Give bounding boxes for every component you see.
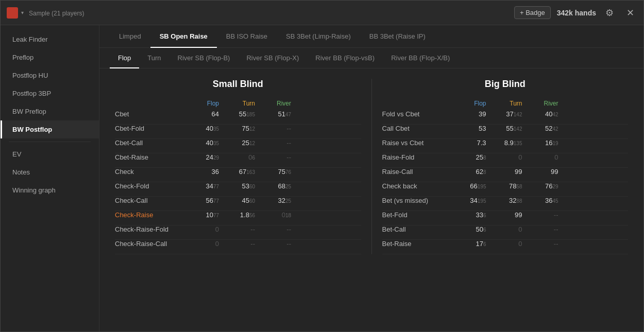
sb-check-raise-fold-flop: 0 [187, 225, 223, 233]
sidebar-item-postflop-3bp[interactable]: Postflop 3BP [1, 84, 99, 102]
sidebar-item-winning-graph[interactable]: Winning graph [1, 181, 99, 199]
bb-label-bet-raise: Bet-Raise [382, 240, 454, 248]
bb-row-call-cbet: Call Cbet 53 55142 5242 [382, 125, 629, 139]
sb-cbet-turn: 55185 [223, 110, 259, 118]
bb-bet-call-turn: 0 [490, 225, 527, 233]
bb-row-bet-call: Bet-Call 506 0 -- [382, 225, 629, 240]
sb-values-check-fold: 3477 5360 6825 [187, 182, 295, 190]
tab-bb-3bet-raise-ip[interactable]: BB 3Bet (Raise IP) [360, 25, 435, 48]
sidebar-item-preflop[interactable]: Preflop [1, 48, 99, 66]
sb-check-raise-call-river: -- [259, 240, 295, 248]
top-tabs: Limped SB Open Raise BB ISO Raise SB 3Be… [99, 25, 643, 48]
sidebar-item-bw-preflop[interactable]: BW Preflop [1, 102, 99, 120]
bb-bet-fold-river: -- [527, 211, 563, 219]
sb-cbet-call-turn: 2512 [223, 139, 259, 147]
dropdown-arrow-icon[interactable]: ▾ [21, 10, 24, 15]
bb-values-fold-vs-cbet: 39 37142 4042 [454, 110, 563, 118]
bb-stat-headers: Flop Turn River [382, 100, 629, 107]
tab-limped[interactable]: Limped [110, 25, 150, 48]
subtab-river-bb-flop-vsb[interactable]: River BB (Flop-vsB) [307, 48, 383, 68]
sb-cbet-call-flop: 4035 [187, 139, 223, 147]
bb-bet-fold-turn: 99 [490, 211, 527, 219]
sidebar-item-notes[interactable]: Notes [1, 163, 99, 181]
sidebar-item-leak-finder[interactable]: Leak Finder [1, 30, 99, 48]
bb-label-check-back: Check back [382, 182, 454, 190]
bb-label-bet-call: Bet-Call [382, 225, 454, 233]
subtab-river-sb-flop-x[interactable]: River SB (Flop-X) [238, 48, 307, 68]
sidebar-item-bw-postflop[interactable]: BW Postflop [1, 120, 99, 138]
sb-label-check-fold: Check-Fold [115, 182, 187, 190]
sb-values-cbet-raise: 2429 06 -- [187, 153, 295, 161]
sb-check-flop: 36 [187, 168, 223, 176]
big-blind-header: Big Blind [382, 79, 629, 90]
sb-cbet-fold-river: -- [259, 125, 295, 132]
bb-raise-fold-turn: 0 [490, 153, 527, 161]
bb-row-raise-vs-cbet: Raise vs Cbet 7.3 8.9135 1619 [382, 139, 629, 153]
sb-cbet-flop: 64 [187, 110, 223, 118]
main-layout: Leak Finder Preflop Postflop HU Postflop… [1, 25, 643, 331]
bb-label-bet-fold: Bet-Fold [382, 211, 454, 219]
sb-label-check: Check [115, 168, 187, 176]
sb-values-check: 36 67163 7576 [187, 168, 295, 176]
subtab-flop[interactable]: Flop [110, 48, 139, 68]
sidebar-item-ev[interactable]: EV [1, 145, 99, 163]
column-divider [371, 79, 372, 254]
bb-check-back-river: 7629 [527, 182, 563, 190]
subtab-river-sb-flop-b[interactable]: River SB (Flop-B) [170, 48, 239, 68]
tab-sb-3bet-limp-raise[interactable]: SB 3Bet (Limp-Raise) [277, 25, 360, 48]
close-button[interactable]: ✕ [623, 6, 637, 20]
content-area: Limped SB Open Raise BB ISO Raise SB 3Be… [99, 25, 643, 331]
sb-check-raise-turn: 1.856 [223, 211, 259, 219]
bb-raise-vs-cbet-flop: 7.3 [454, 139, 490, 147]
sb-row-check-fold: Check-Fold 3477 5360 6825 [115, 182, 361, 197]
bb-bet-fold-flop: 336 [454, 211, 490, 219]
sb-check-call-flop: 5677 [187, 197, 223, 204]
app-logo [7, 7, 18, 19]
bb-bet-vs-missed-flop: 34195 [454, 197, 490, 204]
hands-count: 342k hands [557, 9, 596, 17]
bb-turn-header: Turn [490, 100, 527, 107]
bb-raise-vs-cbet-river: 1619 [527, 139, 563, 147]
settings-button[interactable]: ⚙ [602, 6, 617, 20]
subtab-river-bb-flop-xb[interactable]: River BB (Flop-X/B) [383, 48, 458, 68]
bb-bet-vs-missed-river: 3645 [527, 197, 563, 204]
player-count: (21 players) [50, 10, 84, 17]
sb-cbet-fold-turn: 7512 [223, 125, 259, 132]
bb-label-fold-vs-cbet: Fold vs Cbet [382, 110, 454, 118]
bb-values-bet-call: 506 0 -- [454, 225, 563, 233]
bb-call-cbet-river: 5242 [527, 125, 563, 132]
sb-check-turn: 67163 [223, 168, 259, 176]
bb-row-raise-fold: Raise-Fold 258 0 0 [382, 153, 629, 168]
sb-check-raise-river: 018 [259, 211, 295, 219]
bb-river-header: River [527, 100, 563, 107]
bb-label-call-cbet: Call Cbet [382, 125, 454, 132]
tab-sb-open-raise[interactable]: SB Open Raise [150, 25, 217, 48]
bb-bet-raise-flop: 176 [454, 240, 490, 248]
sb-cbet-raise-flop: 2429 [187, 153, 223, 161]
sb-check-call-turn: 4560 [223, 197, 259, 204]
bb-row-raise-call: Raise-Call 628 99 99 [382, 168, 629, 182]
bb-bet-vs-missed-turn: 3288 [490, 197, 527, 204]
bb-flop-header: Flop [454, 100, 490, 107]
sb-label-check-raise: Check-Raise [115, 211, 187, 219]
sb-check-fold-flop: 3477 [187, 182, 223, 190]
bb-row-bet-vs-missed: Bet (vs missed) 34195 3288 3645 [382, 197, 629, 211]
bb-row-check-back: Check back 66195 7858 7629 [382, 182, 629, 197]
bb-values-raise-call: 628 99 99 [454, 168, 563, 176]
bb-call-cbet-turn: 55142 [490, 125, 527, 132]
bb-raise-fold-flop: 258 [454, 153, 490, 161]
sb-cbet-raise-turn: 06 [223, 153, 259, 161]
sidebar-item-postflop-hu[interactable]: Postflop HU [1, 66, 99, 84]
sb-row-check-raise-fold: Check-Raise-Fold 0 -- -- [115, 225, 361, 240]
sb-check-call-river: 3225 [259, 197, 295, 204]
sb-values-cbet-call: 4035 2512 -- [187, 139, 295, 147]
sb-values-check-raise-call: 0 -- -- [187, 240, 295, 248]
bb-label-raise-vs-cbet: Raise vs Cbet [382, 139, 454, 147]
bb-row-bet-fold: Bet-Fold 336 99 -- [382, 211, 629, 225]
subtab-turn[interactable]: Turn [139, 48, 169, 68]
title-bar-right: + Badge 342k hands ⚙ ✕ [514, 6, 637, 20]
sidebar: Leak Finder Preflop Postflop HU Postflop… [1, 25, 99, 331]
badge-button[interactable]: + Badge [514, 6, 551, 19]
tab-bb-iso-raise[interactable]: BB ISO Raise [217, 25, 277, 48]
sb-row-cbet: Cbet 64 55185 5147 [115, 110, 361, 125]
